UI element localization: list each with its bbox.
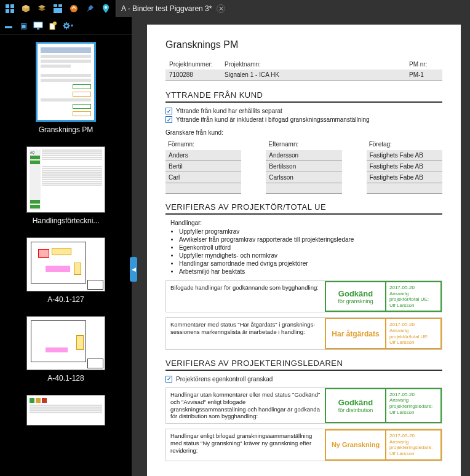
thumbnail-preview <box>26 316 105 370</box>
section-heading: YTTRANDE FRÅN KUND <box>165 90 442 103</box>
stamp-date: 2017-05-20 <box>389 392 437 398</box>
reviewer-table: Förnamn: Anders Bertil Carl Efternamn: A… <box>165 140 442 194</box>
table-cell <box>165 183 241 194</box>
stamp-name: Ulf Larsson <box>389 339 437 346</box>
gear-icon[interactable]: ▾ <box>62 20 74 32</box>
main-area: ▬ ▣ ▾ Gransknings PM <box>0 17 470 476</box>
meta-value: PM-1 <box>405 69 442 80</box>
checkbox-icon[interactable]: ✓ <box>165 108 172 114</box>
meta-value: Signalen 1 - ICA HK <box>221 69 405 80</box>
svg-rect-10 <box>54 8 62 13</box>
meta-value: 7100288 <box>165 69 221 80</box>
stamp-meta: 2017-05-20 Ansvarig projekteringsledare:… <box>386 388 442 424</box>
tab-bar: A - Binder test Piggvaren 3* ✕ <box>116 0 470 17</box>
layout-icon[interactable] <box>50 1 65 16</box>
list-item: Uppfyller myndighets- och normkrav <box>179 252 442 260</box>
section-heading: VERIFIERAS AV PROJEKTÖR/TOTAL UE <box>165 202 442 215</box>
stamp-new-review: Ny Granskning <box>325 429 386 460</box>
document-viewport[interactable]: Gransknings PM Projektnummer: Projektnam… <box>132 17 470 476</box>
checkbox-label: Yttrande ifrån kund är inkluderat i bifo… <box>176 116 370 123</box>
svg-rect-2 <box>6 9 9 13</box>
table-cell: Bertilsson <box>266 161 341 172</box>
stamp-main: Har åtgärdats <box>332 330 379 338</box>
collapse-icon[interactable]: ▬ <box>2 20 15 32</box>
expand-icon[interactable]: ▣ <box>17 20 30 32</box>
thumbnail-preview <box>26 395 105 426</box>
col-header: Förnamn: <box>165 140 241 149</box>
meta-label: PM nr: <box>405 59 442 69</box>
thumbnail-item[interactable]: AQ Handlingsförteckni... <box>26 146 105 225</box>
approval-text: Bifogade handlingar för godkännande som … <box>166 281 325 312</box>
sidebar: ▬ ▣ ▾ Gransknings PM <box>0 17 132 476</box>
table-cell: Andersson <box>266 150 341 161</box>
stamp-role: Ansvarig projektör/total UE: <box>389 328 437 339</box>
stamp-role: Ansvarig projekteringsledare: <box>389 397 437 409</box>
main-toolbar <box>0 0 116 17</box>
meta-label: Projektnamn: <box>221 59 405 69</box>
list-label: Handlingar: <box>170 220 442 226</box>
pin-icon[interactable] <box>82 1 97 16</box>
thumbnail-item[interactable]: A-40.1-127 <box>26 237 105 304</box>
thumbnail-label: A-40.1-127 <box>47 295 84 304</box>
thumbnail-label: Handlingsförteckni... <box>33 216 100 225</box>
svg-point-16 <box>53 22 57 25</box>
stamp-fixed: Har åtgärdats <box>325 318 386 349</box>
stamp-role: Ansvarig projekteringsledare: <box>389 439 437 451</box>
list-item: Handlingar samordnade med övriga projekt… <box>179 260 442 268</box>
location-icon[interactable] <box>98 1 113 16</box>
table-cell <box>367 183 442 194</box>
stamp-meta: 2017-05-20 Ansvarig projektör/total UE: … <box>386 281 442 312</box>
sidebar-collapse-handle[interactable]: ◀ <box>130 257 137 282</box>
app-header: A - Binder test Piggvaren 3* ✕ <box>0 0 470 17</box>
approval-row: Kommentarer med status "Har åtgärdats" i… <box>165 317 442 349</box>
approval-row: Handlingar utan kommentarer eller med st… <box>165 387 442 424</box>
svg-marker-7 <box>38 7 46 11</box>
svg-rect-14 <box>37 28 39 30</box>
list-item: Avvikelser från programkrav rapporterade… <box>179 236 442 244</box>
tab-close-icon[interactable]: ✕ <box>217 4 225 13</box>
approval-text: Handlingar utan kommentarer eller med st… <box>166 388 325 424</box>
thumbnail-item[interactable] <box>26 395 105 426</box>
grid-icon[interactable] <box>2 1 17 16</box>
orange-tool-icon[interactable] <box>66 1 81 16</box>
stamp-name: Ulf Larsson <box>389 451 437 457</box>
checkbox-icon[interactable]: ✓ <box>165 116 172 123</box>
svg-rect-0 <box>6 4 9 8</box>
svg-rect-8 <box>54 4 57 7</box>
screen-icon[interactable] <box>32 20 44 32</box>
meta-data-row: 7100288 Signalen 1 - ICA HK PM-1 <box>165 69 442 81</box>
thumbnail-item[interactable]: A-40.1-128 <box>26 316 105 383</box>
package-icon[interactable] <box>18 1 33 16</box>
thumbnail-label: A-40.1-128 <box>47 374 84 383</box>
meta-header-row: Projektnummer: Projektnamn: PM nr: <box>165 59 442 69</box>
thumbnail-preview <box>26 237 105 292</box>
thumbnail-label: Gransknings PM <box>39 125 94 134</box>
svg-rect-1 <box>10 4 14 8</box>
stamp-meta: 2017-05-20 Ansvarig projekteringsledare:… <box>386 429 442 460</box>
stamp-approved: Godkänd för granskning <box>325 281 386 312</box>
document-page: Gransknings PM Projektnummer: Projektnam… <box>147 25 461 476</box>
page-title: Gransknings PM <box>165 39 442 50</box>
section-heading: VERIFIERAS AV PROJEKTERINGSLEDAREN <box>165 359 442 371</box>
list-item: Arbetsmiljö har beaktats <box>179 268 442 276</box>
bullet-list: Uppfyller programkrav Avvikelser från pr… <box>165 228 442 276</box>
thumbnail-item[interactable]: Gransknings PM <box>36 42 96 134</box>
tab-title[interactable]: A - Binder test Piggvaren 3* <box>121 4 212 13</box>
stamp-role: Ansvarig projektör/total UE: <box>389 291 437 303</box>
new-page-icon[interactable] <box>47 20 59 32</box>
stamp-sub: för granskning <box>338 298 373 304</box>
stamp-approved: Godkänd för distribution <box>325 388 386 424</box>
svg-point-11 <box>70 5 78 12</box>
table-cell: Carlsson <box>266 172 341 183</box>
stamp-name: Ulf Larsson <box>389 303 437 309</box>
meta-label: Projektnummer: <box>165 59 221 69</box>
approval-row: Handlingar enligt bifogad granskningssam… <box>165 429 442 461</box>
svg-rect-13 <box>34 22 42 28</box>
stamp-main: Godkänd <box>338 398 373 407</box>
list-item: Uppfyller programkrav <box>179 228 442 236</box>
table-cell: Fastighets Fabe AB <box>367 161 442 172</box>
approval-text: Kommentarer med status "Har åtgärdats" i… <box>166 318 325 349</box>
layers-icon[interactable] <box>34 1 49 16</box>
checkbox-label: Yttrande från kund har erhållits separat <box>176 108 282 114</box>
checkbox-icon[interactable]: ✓ <box>165 376 172 383</box>
